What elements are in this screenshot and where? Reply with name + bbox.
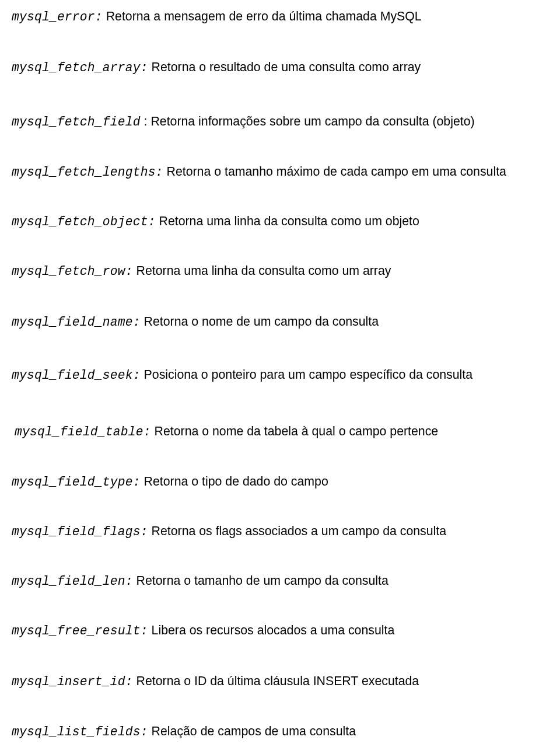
function-description: Libera os recursos alocados a uma consul… (152, 623, 395, 637)
function-description: Retorna o resultado de uma consulta como… (152, 60, 421, 74)
function-entry: mysql_field_len: Retorna o tamanho de um… (12, 573, 548, 591)
function-name: mysql_error: (12, 10, 103, 24)
function-description: Retorna os flags associados a um campo d… (152, 524, 447, 538)
function-description: Retorna uma linha da consulta como um ob… (159, 214, 419, 228)
function-entry: mysql_field_table: Retorna o nome da tab… (12, 423, 548, 441)
function-name: mysql_free_result: (12, 624, 148, 638)
function-name: mysql_field_type: (12, 475, 141, 489)
function-description: Retorna o tipo de dado do campo (144, 474, 328, 488)
function-entry: mysql_free_result: Libera os recursos al… (12, 622, 548, 640)
function-description: Relação de campos de uma consulta (152, 724, 356, 738)
function-name: mysql_field_flags: (12, 525, 148, 539)
function-entry: mysql_field_type: Retorna o tipo de dado… (12, 473, 548, 491)
function-description: Retorna a mensagem de erro da última cha… (106, 9, 422, 23)
function-entry: mysql_fetch_row: Retorna uma linha da co… (12, 263, 548, 281)
function-description: Retorna o ID da última cláusula INSERT e… (136, 674, 419, 688)
function-name: mysql_fetch_object: (12, 215, 156, 229)
function-entry: mysql_field_flags: Retorna os flags asso… (12, 523, 548, 541)
function-name: mysql_field_name: (12, 315, 141, 329)
function-description: Posiciona o ponteiro para um campo espec… (144, 368, 473, 382)
function-definition-list: mysql_error: Retorna a mensagem de erro … (12, 8, 548, 741)
function-name: mysql_fetch_field (12, 115, 141, 129)
function-name: mysql_fetch_lengths: (12, 165, 163, 179)
function-entry: mysql_field_name: Retorna o nome de um c… (12, 313, 548, 331)
function-entry: mysql_fetch_object: Retorna uma linha da… (12, 213, 548, 231)
separator: : (141, 114, 151, 128)
function-entry: mysql_field_seek: Posiciona o ponteiro p… (12, 366, 548, 385)
function-entry: mysql_fetch_lengths: Retorna o tamanho m… (12, 163, 548, 181)
function-name: mysql_list_fields: (12, 725, 148, 739)
function-description: Retorna informações sobre um campo da co… (150, 114, 474, 128)
function-entry: mysql_list_fields: Relação de campos de … (12, 723, 548, 741)
function-name: mysql_fetch_row: (12, 264, 133, 278)
function-description: Retorna o nome da tabela à qual o campo … (155, 424, 439, 438)
function-entry: mysql_insert_id: Retorna o ID da última … (12, 673, 548, 691)
function-name: mysql_field_len: (12, 574, 133, 588)
function-description: Retorna o tamanho máximo de cada campo e… (167, 165, 506, 179)
function-entry: mysql_fetch_field : Retorna informações … (12, 113, 548, 131)
function-name: mysql_insert_id: (12, 675, 133, 689)
function-description: Retorna uma linha da consulta como um ar… (136, 264, 391, 278)
function-name: mysql_fetch_array: (12, 61, 148, 75)
function-description: Retorna o tamanho de um campo da consult… (136, 574, 388, 588)
function-entry: mysql_error: Retorna a mensagem de erro … (12, 8, 548, 26)
function-entry: mysql_fetch_array: Retorna o resultado d… (12, 59, 548, 77)
function-name: mysql_field_seek: (12, 368, 141, 382)
function-name: mysql_field_table: (15, 425, 151, 439)
function-description: Retorna o nome de um campo da consulta (144, 315, 379, 329)
